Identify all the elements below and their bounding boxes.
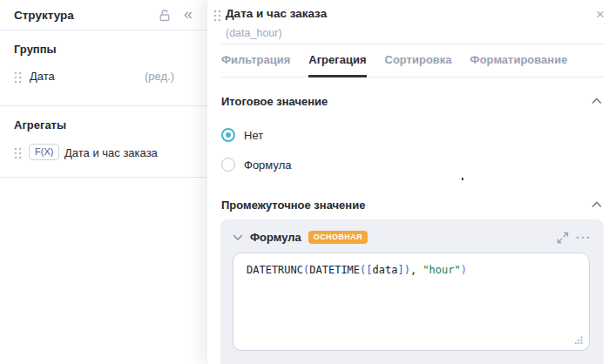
code-token: , <box>410 264 422 276</box>
drag-handle-icon[interactable] <box>14 147 22 159</box>
code-token: "hour" <box>422 264 460 276</box>
code-token: ) <box>461 264 467 276</box>
drag-handle-icon[interactable] <box>14 71 22 84</box>
more-menu-icon[interactable]: ··· <box>576 233 591 242</box>
resize-grip-icon[interactable] <box>573 334 584 345</box>
aggregates-heading: Агрегаты <box>14 118 66 131</box>
tabs: ФильтрацияАгрегацияСортировкаФорматирова… <box>221 50 604 78</box>
formula-card-header: Формула ОСНОВНАЯ ··· <box>220 219 604 244</box>
code-token: DATETIME <box>309 264 360 276</box>
code-token: DATETRUNC <box>247 264 303 276</box>
radio-icon[interactable] <box>221 158 235 172</box>
field-title: Дата и час заказа <box>226 7 327 20</box>
group-label: Дата <box>30 70 55 83</box>
expand-icon[interactable] <box>557 232 569 244</box>
formula-code[interactable]: DATETRUNC(DATETIME([data]), "hour") <box>233 253 589 286</box>
code-token: [ <box>366 264 372 276</box>
aggregate-label: Дата и час заказа <box>64 146 158 159</box>
formula-block-title: Формула <box>250 231 301 244</box>
tab-filtration[interactable]: Фильтрация <box>221 50 290 77</box>
aggregate-row[interactable]: F(X) Дата и час заказа <box>0 141 206 164</box>
sidebar-divider <box>0 30 206 30</box>
collapse-section-icon[interactable] <box>591 98 602 104</box>
tab-formatting[interactable]: Форматирование <box>470 50 568 77</box>
lock-icon[interactable] <box>158 9 172 23</box>
formula-card: Формула ОСНОВНАЯ ··· DATETRUNC(DATETIME(… <box>220 219 604 364</box>
collapse-section-icon[interactable] <box>591 201 602 208</box>
code-token: data <box>373 264 398 276</box>
drag-handle-icon[interactable] <box>213 10 221 22</box>
tab-aggregation[interactable]: Агрегация <box>308 50 366 78</box>
group-row-data[interactable]: Дата (ред.) <box>0 66 206 89</box>
intermediate-value-heading: Промежуточное значение <box>221 199 365 212</box>
total-options: НетФормула <box>221 127 291 186</box>
radio-option-formula[interactable]: Формула <box>221 157 291 172</box>
screen: Структура « Группы Дата (ред.) Агрегаты <box>0 0 615 364</box>
structure-panel: Структура « Группы Дата (ред.) Агрегаты <box>0 0 206 364</box>
sidebar-divider <box>0 105 206 106</box>
radio-label: Нет <box>244 129 263 142</box>
code-token: ] <box>397 264 403 276</box>
radio-icon[interactable] <box>221 128 235 142</box>
chevron-down-icon[interactable] <box>233 234 243 241</box>
primary-badge: ОСНОВНАЯ <box>308 231 368 244</box>
sidebar-divider <box>0 177 206 178</box>
close-icon[interactable]: × <box>596 8 605 22</box>
formula-editor[interactable]: DATETRUNC(DATETIME([data]), "hour") <box>233 253 590 351</box>
formula-fx-badge: F(X) <box>29 144 59 160</box>
group-edit-link[interactable]: (ред.) <box>145 70 174 83</box>
tab-sorting[interactable]: Сортировка <box>385 50 452 77</box>
structure-title: Структура <box>14 9 74 22</box>
groups-heading: Группы <box>14 43 57 56</box>
total-value-heading: Итоговое значение <box>221 95 328 108</box>
collapse-sidebar-icon[interactable]: « <box>184 6 193 22</box>
field-id-subtitle: (data_hour) <box>226 27 282 39</box>
stray-dot <box>462 178 463 180</box>
code-token: ) <box>404 264 410 276</box>
field-settings-panel: Дата и час заказа × (data_hour) Фильтрац… <box>206 0 615 364</box>
radio-option-none[interactable]: Нет <box>221 127 291 143</box>
header-divider <box>221 44 604 44</box>
radio-label: Формула <box>244 158 291 172</box>
